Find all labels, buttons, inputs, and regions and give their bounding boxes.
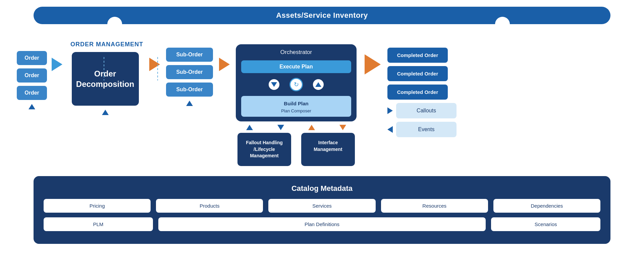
build-plan-section: Build Plan Plan Composer <box>241 96 351 117</box>
fallout-box: Fallout Handling /Lifecycle Management <box>237 133 291 166</box>
catalog-dependencies: Dependencies <box>493 199 600 213</box>
completed-order-btn-1: Completed Order <box>387 48 448 63</box>
completed-order-btn-2: Completed Order <box>387 66 448 81</box>
assets-bar: Assets/Service Inventory <box>34 7 610 24</box>
assets-bar-label: Assets/Service Inventory <box>276 11 368 20</box>
rotate-circle: ↻ <box>289 78 303 91</box>
circle-arrow-up-right <box>495 17 510 32</box>
plan-circle-up-right <box>313 79 324 90</box>
circle-down-left-inner <box>269 79 279 90</box>
order-mgmt-label: ORDER MANAGEMENT <box>70 41 143 48</box>
catalog-section: Catalog Metadata Pricing Products Servic… <box>34 176 610 244</box>
catalog-row-1: Pricing Products Services Resources Depe… <box>44 199 600 213</box>
tri-up-blue-suborders <box>186 101 193 106</box>
tri-right-callouts <box>387 107 393 114</box>
sub-orders-list: Sub-Order Sub-Order Sub-Order <box>166 48 213 97</box>
completed-order-btn-3: Completed Order <box>387 85 448 100</box>
catalog-scenarios: Scenarios <box>491 217 600 231</box>
arrow-up-plan-right <box>315 82 321 87</box>
sub-order-btn-1: Sub-Order <box>166 48 213 62</box>
callouts-btn: Callouts <box>396 103 457 118</box>
arrow-right-orange-large <box>365 54 381 74</box>
orchestrator-wrapper: Orchestrator Execute Plan ↻ <box>236 44 357 166</box>
arrow-suborders-to-orch <box>219 58 230 71</box>
tri-left-events <box>387 126 393 133</box>
order-btn-1: Order <box>17 51 47 65</box>
catalog-pricing: Pricing <box>44 199 151 213</box>
catalog-products: Products <box>156 199 263 213</box>
tri-up-blue-orch1 <box>246 125 253 130</box>
events-btn: Events <box>396 122 457 137</box>
tri-up-blue-decomp <box>102 110 109 115</box>
arrow-orders-to-decomp <box>52 58 62 71</box>
suborder-up-indicator <box>186 101 193 106</box>
arrow-right-orange-1 <box>149 58 160 71</box>
sub-order-btn-3: Sub-Order <box>166 83 213 97</box>
arrow-down-icon-left <box>110 20 119 28</box>
decomp-wrapper: Order Decomposition <box>67 52 143 115</box>
tri-down-orange-orch4 <box>339 125 346 130</box>
orchestrator-section: Orchestrator Execute Plan ↻ <box>236 44 357 121</box>
catalog-row-2: PLM Plan Definitions Scenarios <box>44 217 600 231</box>
arrow-up-icon-right <box>498 20 507 28</box>
catalog-services: Services <box>268 199 375 213</box>
tri-up-orange-orch3 <box>308 125 315 130</box>
arrow-down-plan-left <box>271 82 277 87</box>
catalog-resources: Resources <box>381 199 488 213</box>
catalog-plm: PLM <box>44 217 153 231</box>
page-wrapper: Assets/Service Inventory Order Order Ord… <box>0 0 644 247</box>
order-up-indicator <box>29 104 35 109</box>
decomp-up-indicator <box>102 110 109 115</box>
execute-plan-label: Execute Plan <box>279 64 313 69</box>
arrow-right-orange-2 <box>219 58 230 71</box>
right-section: Completed Order Completed Order Complete… <box>387 48 457 137</box>
order-decomp-box: Order Decomposition <box>72 52 139 106</box>
sub-order-btn-2: Sub-Order <box>166 65 213 79</box>
order-btn-2: Order <box>17 68 47 83</box>
arrow-decomp-to-suborders <box>149 58 160 71</box>
orders-list: Order Order Order <box>17 51 47 100</box>
catalog-title: Catalog Metadata <box>44 184 600 193</box>
tri-up-blue-orders <box>29 104 35 109</box>
main-diagram: Order Order Order ORDER MANAGEMENT Order… <box>13 41 631 166</box>
catalog-plan-definitions: Plan Definitions <box>158 217 486 231</box>
order-mgmt-section: ORDER MANAGEMENT Order Decomposition <box>67 41 143 115</box>
sub-orders-section: Sub-Order Sub-Order Sub-Order <box>166 48 213 106</box>
plan-composer-label: Plan Composer <box>245 108 348 113</box>
plan-circle-down-left <box>269 79 279 90</box>
interface-box: Interface Management <box>301 133 355 166</box>
execute-plan-bar: Execute Plan <box>241 60 351 73</box>
order-btn-3: Order <box>17 86 47 100</box>
events-row: Events <box>387 122 457 137</box>
build-plan-label: Build Plan <box>245 99 348 108</box>
callouts-row: Callouts <box>387 103 457 118</box>
plan-arrows-row: ↻ <box>241 78 351 91</box>
orchestrator-label: Orchestrator <box>241 49 351 56</box>
orders-column: Order Order Order <box>17 51 47 109</box>
circle-up-right-inner <box>313 79 324 90</box>
circle-arrow-down-left <box>107 17 122 32</box>
tri-down-blue-orch2 <box>277 125 284 130</box>
lower-boxes: Fallout Handling /Lifecycle Management I… <box>236 133 357 166</box>
arrow-orch-to-completed <box>365 54 381 74</box>
rotate-icon: ↻ <box>294 81 299 88</box>
orchestrator-small-arrows <box>236 125 357 130</box>
arrow-right-blue-1 <box>52 58 62 71</box>
